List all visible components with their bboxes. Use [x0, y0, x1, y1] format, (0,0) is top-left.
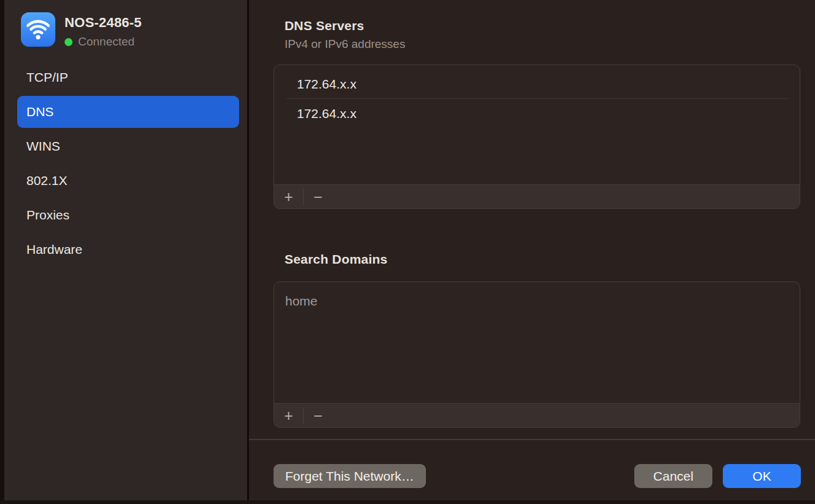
connected-status-label: Connected — [78, 35, 135, 49]
dns-servers-footer: + − — [274, 184, 800, 208]
dns-server-entry[interactable]: 172.64.x.x — [274, 69, 800, 98]
forget-network-button[interactable]: Forget This Network… — [274, 464, 426, 488]
search-domain-entry[interactable]: home — [274, 286, 800, 315]
wifi-icon — [21, 12, 55, 47]
sidebar: NOS-2486-5 Connected TCP/IP DNS WINS 802… — [4, 0, 247, 500]
sidebar-item-tcpip[interactable]: TCP/IP — [17, 61, 239, 93]
sidebar-item-proxies[interactable]: Proxies — [17, 199, 239, 231]
network-name: NOS-2486-5 — [65, 15, 142, 31]
ok-button[interactable]: OK — [723, 464, 801, 488]
search-domain-add-button[interactable]: + — [274, 404, 303, 427]
search-domains-listbox: home + − — [274, 282, 800, 428]
network-status: Connected — [65, 35, 142, 49]
sidebar-item-8021x[interactable]: 802.1X — [17, 165, 239, 197]
network-meta: NOS-2486-5 Connected — [65, 12, 142, 49]
dns-server-entry[interactable]: 172.64.x.x — [274, 99, 800, 128]
window-bottom-edge — [0, 500, 815, 504]
footer-divider — [249, 439, 815, 440]
dns-add-button[interactable]: + — [274, 185, 303, 208]
sidebar-item-hardware[interactable]: Hardware — [17, 234, 239, 266]
cancel-button[interactable]: Cancel — [634, 464, 712, 488]
network-header: NOS-2486-5 Connected — [21, 12, 142, 49]
sidebar-nav: TCP/IP DNS WINS 802.1X Proxies Hardware — [17, 61, 239, 268]
dns-servers-subtitle: IPv4 or IPv6 addresses — [285, 37, 405, 51]
dns-remove-button[interactable]: − — [304, 185, 333, 208]
connected-status-dot — [65, 38, 73, 46]
search-domain-remove-button[interactable]: − — [304, 404, 333, 427]
main-content: DNS Servers IPv4 or IPv6 addresses 172.6… — [249, 0, 815, 500]
search-domains-title: Search Domains — [285, 252, 387, 267]
sidebar-item-dns[interactable]: DNS — [17, 96, 239, 128]
sidebar-item-wins[interactable]: WINS — [17, 130, 239, 162]
dns-servers-listbox: 172.64.x.x 172.64.x.x + − — [274, 65, 800, 209]
search-domains-rows: home — [274, 282, 800, 315]
search-domains-footer: + − — [274, 403, 800, 427]
dns-servers-title: DNS Servers — [285, 18, 364, 33]
window-left-edge — [0, 0, 4, 504]
dns-servers-rows: 172.64.x.x 172.64.x.x — [274, 65, 800, 128]
